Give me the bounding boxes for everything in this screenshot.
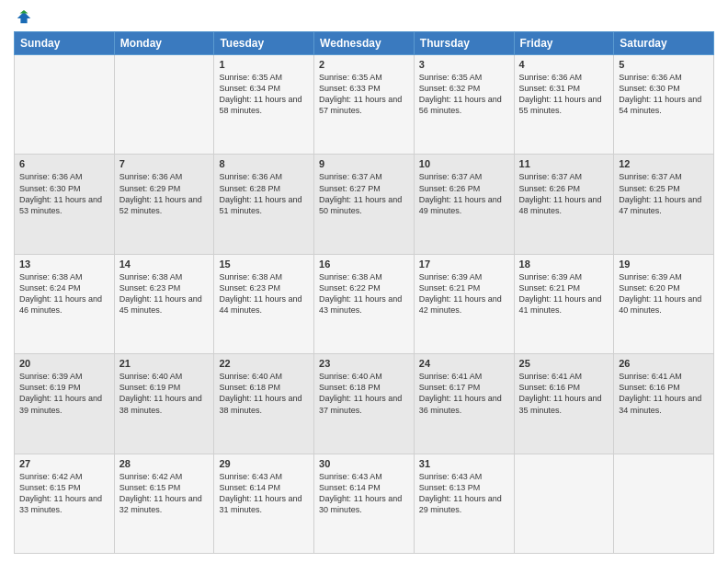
calendar-day-header: Saturday xyxy=(614,32,714,55)
day-number: 3 xyxy=(419,59,509,70)
cell-details: Sunrise: 6:38 AMSunset: 6:23 PMDaylight:… xyxy=(119,271,210,316)
day-number: 7 xyxy=(119,158,210,169)
calendar-cell: 15Sunrise: 6:38 AMSunset: 6:23 PMDayligh… xyxy=(214,254,314,353)
day-number: 1 xyxy=(219,59,309,70)
day-number: 18 xyxy=(519,259,609,270)
day-number: 21 xyxy=(119,358,210,369)
calendar-day-header: Tuesday xyxy=(214,32,314,55)
day-number: 23 xyxy=(319,358,409,369)
day-number: 17 xyxy=(419,259,509,270)
calendar-cell: 27Sunrise: 6:42 AMSunset: 6:15 PMDayligh… xyxy=(15,454,115,553)
cell-details: Sunrise: 6:38 AMSunset: 6:24 PMDaylight:… xyxy=(19,271,109,316)
page: SundayMondayTuesdayWednesdayThursdayFrid… xyxy=(0,0,728,563)
cell-details: Sunrise: 6:42 AMSunset: 6:15 PMDaylight:… xyxy=(19,471,109,516)
day-number: 29 xyxy=(219,458,309,469)
logo xyxy=(14,9,32,26)
calendar-cell: 7Sunrise: 6:36 AMSunset: 6:29 PMDaylight… xyxy=(114,155,214,254)
cell-details: Sunrise: 6:38 AMSunset: 6:22 PMDaylight:… xyxy=(319,271,409,316)
cell-details: Sunrise: 6:37 AMSunset: 6:25 PMDaylight:… xyxy=(619,171,709,216)
calendar-cell xyxy=(114,55,214,155)
day-number: 4 xyxy=(519,59,609,70)
day-number: 20 xyxy=(19,358,109,369)
calendar-cell: 10Sunrise: 6:37 AMSunset: 6:26 PMDayligh… xyxy=(414,155,514,254)
calendar-header-row: SundayMondayTuesdayWednesdayThursdayFrid… xyxy=(15,32,714,55)
logo-icon xyxy=(16,9,32,26)
day-number: 24 xyxy=(419,358,509,369)
cell-details: Sunrise: 6:39 AMSunset: 6:20 PMDaylight:… xyxy=(619,271,709,316)
day-number: 11 xyxy=(519,158,609,169)
cell-details: Sunrise: 6:36 AMSunset: 6:31 PMDaylight:… xyxy=(519,72,609,117)
cell-details: Sunrise: 6:37 AMSunset: 6:26 PMDaylight:… xyxy=(519,171,609,216)
day-number: 31 xyxy=(419,458,509,469)
day-number: 25 xyxy=(519,358,609,369)
cell-details: Sunrise: 6:40 AMSunset: 6:18 PMDaylight:… xyxy=(219,371,309,416)
day-number: 15 xyxy=(219,259,309,270)
calendar-cell: 30Sunrise: 6:43 AMSunset: 6:14 PMDayligh… xyxy=(314,454,415,553)
cell-details: Sunrise: 6:43 AMSunset: 6:14 PMDaylight:… xyxy=(319,471,409,516)
calendar-cell: 5Sunrise: 6:36 AMSunset: 6:30 PMDaylight… xyxy=(614,55,714,155)
calendar-table: SundayMondayTuesdayWednesdayThursdayFrid… xyxy=(14,31,714,554)
cell-details: Sunrise: 6:39 AMSunset: 6:19 PMDaylight:… xyxy=(19,371,109,416)
calendar-cell: 16Sunrise: 6:38 AMSunset: 6:22 PMDayligh… xyxy=(314,254,415,353)
day-number: 16 xyxy=(319,259,409,270)
calendar-cell: 20Sunrise: 6:39 AMSunset: 6:19 PMDayligh… xyxy=(15,354,115,454)
calendar-day-header: Friday xyxy=(514,32,614,55)
cell-details: Sunrise: 6:43 AMSunset: 6:13 PMDaylight:… xyxy=(419,471,509,516)
calendar-day-header: Monday xyxy=(114,32,214,55)
calendar-day-header: Sunday xyxy=(15,32,115,55)
calendar-cell: 22Sunrise: 6:40 AMSunset: 6:18 PMDayligh… xyxy=(214,354,314,454)
calendar-day-header: Thursday xyxy=(414,32,514,55)
calendar-cell: 6Sunrise: 6:36 AMSunset: 6:30 PMDaylight… xyxy=(15,155,115,254)
calendar-cell: 24Sunrise: 6:41 AMSunset: 6:17 PMDayligh… xyxy=(414,354,514,454)
day-number: 9 xyxy=(319,158,409,169)
calendar-cell: 1Sunrise: 6:35 AMSunset: 6:34 PMDaylight… xyxy=(214,55,314,155)
calendar-cell: 9Sunrise: 6:37 AMSunset: 6:27 PMDaylight… xyxy=(314,155,415,254)
cell-details: Sunrise: 6:43 AMSunset: 6:14 PMDaylight:… xyxy=(219,471,309,516)
calendar-cell: 11Sunrise: 6:37 AMSunset: 6:26 PMDayligh… xyxy=(514,155,614,254)
day-number: 19 xyxy=(619,259,709,270)
cell-details: Sunrise: 6:35 AMSunset: 6:32 PMDaylight:… xyxy=(419,72,509,117)
calendar-cell: 12Sunrise: 6:37 AMSunset: 6:25 PMDayligh… xyxy=(614,155,714,254)
day-number: 28 xyxy=(119,458,210,469)
cell-details: Sunrise: 6:35 AMSunset: 6:34 PMDaylight:… xyxy=(219,72,309,117)
calendar-cell xyxy=(15,55,115,155)
calendar-cell: 29Sunrise: 6:43 AMSunset: 6:14 PMDayligh… xyxy=(214,454,314,553)
calendar-week-row: 1Sunrise: 6:35 AMSunset: 6:34 PMDaylight… xyxy=(15,55,714,155)
calendar-cell: 17Sunrise: 6:39 AMSunset: 6:21 PMDayligh… xyxy=(414,254,514,353)
calendar-cell: 3Sunrise: 6:35 AMSunset: 6:32 PMDaylight… xyxy=(414,55,514,155)
cell-details: Sunrise: 6:41 AMSunset: 6:16 PMDaylight:… xyxy=(519,371,609,416)
cell-details: Sunrise: 6:37 AMSunset: 6:27 PMDaylight:… xyxy=(319,171,409,216)
day-number: 30 xyxy=(319,458,409,469)
calendar-cell: 28Sunrise: 6:42 AMSunset: 6:15 PMDayligh… xyxy=(114,454,214,553)
calendar-cell: 14Sunrise: 6:38 AMSunset: 6:23 PMDayligh… xyxy=(114,254,214,353)
cell-details: Sunrise: 6:42 AMSunset: 6:15 PMDaylight:… xyxy=(119,471,210,516)
day-number: 8 xyxy=(219,158,309,169)
cell-details: Sunrise: 6:38 AMSunset: 6:23 PMDaylight:… xyxy=(219,271,309,316)
calendar-cell: 13Sunrise: 6:38 AMSunset: 6:24 PMDayligh… xyxy=(15,254,115,353)
calendar-cell: 21Sunrise: 6:40 AMSunset: 6:19 PMDayligh… xyxy=(114,354,214,454)
calendar-cell: 18Sunrise: 6:39 AMSunset: 6:21 PMDayligh… xyxy=(514,254,614,353)
calendar-cell: 25Sunrise: 6:41 AMSunset: 6:16 PMDayligh… xyxy=(514,354,614,454)
day-number: 14 xyxy=(119,259,210,270)
calendar-cell: 23Sunrise: 6:40 AMSunset: 6:18 PMDayligh… xyxy=(314,354,415,454)
cell-details: Sunrise: 6:40 AMSunset: 6:18 PMDaylight:… xyxy=(319,371,409,416)
day-number: 26 xyxy=(619,358,709,369)
calendar-week-row: 27Sunrise: 6:42 AMSunset: 6:15 PMDayligh… xyxy=(15,454,714,553)
calendar-cell: 4Sunrise: 6:36 AMSunset: 6:31 PMDaylight… xyxy=(514,55,614,155)
cell-details: Sunrise: 6:39 AMSunset: 6:21 PMDaylight:… xyxy=(419,271,509,316)
calendar-cell: 31Sunrise: 6:43 AMSunset: 6:13 PMDayligh… xyxy=(414,454,514,553)
cell-details: Sunrise: 6:35 AMSunset: 6:33 PMDaylight:… xyxy=(319,72,409,117)
calendar-cell: 26Sunrise: 6:41 AMSunset: 6:16 PMDayligh… xyxy=(614,354,714,454)
cell-details: Sunrise: 6:37 AMSunset: 6:26 PMDaylight:… xyxy=(419,171,509,216)
day-number: 13 xyxy=(19,259,109,270)
day-number: 10 xyxy=(419,158,509,169)
calendar-week-row: 6Sunrise: 6:36 AMSunset: 6:30 PMDaylight… xyxy=(15,155,714,254)
cell-details: Sunrise: 6:41 AMSunset: 6:16 PMDaylight:… xyxy=(619,371,709,416)
cell-details: Sunrise: 6:36 AMSunset: 6:30 PMDaylight:… xyxy=(19,171,109,216)
day-number: 22 xyxy=(219,358,309,369)
cell-details: Sunrise: 6:39 AMSunset: 6:21 PMDaylight:… xyxy=(519,271,609,316)
calendar-cell xyxy=(614,454,714,553)
calendar-cell xyxy=(514,454,614,553)
day-number: 12 xyxy=(619,158,709,169)
day-number: 5 xyxy=(619,59,709,70)
